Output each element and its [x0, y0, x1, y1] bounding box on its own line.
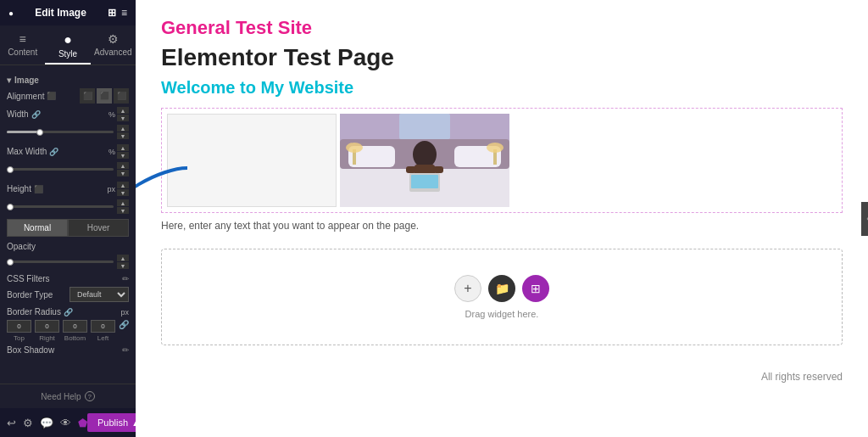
tab-style[interactable]: ● Style: [45, 25, 90, 64]
opacity-slider-down[interactable]: ▼: [117, 262, 129, 269]
eye-icon[interactable]: 👁: [60, 417, 71, 429]
height-label: Height ⬛: [7, 184, 43, 193]
border-radius-label: Border Radius 🔗: [7, 307, 73, 317]
width-row: Width 🔗 % ▲ ▼: [7, 107, 129, 121]
tab-content[interactable]: ≡ Content: [0, 25, 45, 64]
publish-label: Publish: [97, 417, 128, 428]
image-section-title: ▾ Image: [7, 76, 129, 85]
folder-button[interactable]: 📁: [488, 275, 515, 302]
width-label: Width 🔗: [7, 109, 41, 119]
align-center-button[interactable]: ⬛: [97, 88, 112, 104]
css-filters-label: CSS Filters: [7, 274, 50, 283]
svg-point-13: [346, 143, 363, 153]
history-icon[interactable]: ↩: [7, 417, 16, 429]
text-below-image: Here, enter any text that you want to ap…: [161, 220, 843, 232]
max-width-slider-up[interactable]: ▲: [117, 162, 129, 169]
help-circle-icon[interactable]: ?: [85, 391, 95, 401]
advanced-tab-label: Advanced: [94, 48, 131, 57]
height-slider-up[interactable]: ▲: [117, 199, 129, 206]
height-slider-down[interactable]: ▼: [117, 207, 129, 214]
image-photo: [340, 114, 509, 207]
border-radius-left-field: Left: [91, 320, 115, 342]
border-radius-left-input[interactable]: [91, 320, 115, 333]
max-width-slider[interactable]: [7, 168, 114, 171]
border-radius-left-label: Left: [97, 334, 108, 342]
align-right-button[interactable]: ⬛: [114, 88, 129, 104]
tab-advanced[interactable]: ⚙ Advanced: [91, 25, 136, 64]
max-width-label: Max Width 🔗: [7, 147, 58, 156]
width-down-button[interactable]: ▼: [117, 115, 129, 121]
border-radius-link-btn[interactable]: 🔗: [119, 320, 129, 342]
normal-button[interactable]: Normal: [7, 219, 68, 237]
height-down-button[interactable]: ▼: [117, 189, 129, 196]
preview-icon[interactable]: ⬟: [78, 417, 87, 429]
width-unit: %: [108, 110, 115, 119]
max-width-row: Max Width 🔗 % ▲ ▼: [7, 144, 129, 159]
hover-button[interactable]: Hover: [68, 219, 129, 237]
welcome-title: Welcome to My Website: [161, 78, 843, 98]
css-filters-edit-icon[interactable]: ✏: [122, 274, 129, 283]
width-controls: % ▲ ▼: [108, 107, 129, 121]
chat-icon[interactable]: 💬: [40, 417, 53, 429]
site-title: General Test Site: [161, 17, 843, 39]
border-type-label: Border Type: [7, 290, 53, 300]
width-slider-down[interactable]: ▼: [117, 132, 129, 139]
panel-collapse-handle[interactable]: ‹: [861, 202, 868, 236]
alignment-controls: ⬛ ⬛ ⬛: [80, 88, 129, 104]
border-radius-bottom-input[interactable]: [63, 320, 87, 333]
content-tab-icon: ≡: [19, 32, 26, 46]
alignment-label: Alignment ⬛: [7, 92, 56, 101]
style-tab-label: Style: [58, 49, 77, 59]
section-arrow-icon: ▾: [7, 76, 11, 85]
max-width-slider-down[interactable]: ▼: [117, 170, 129, 176]
border-radius-right-input[interactable]: [35, 320, 59, 333]
max-width-arrow-btns: ▲ ▼: [117, 144, 129, 159]
css-filters-row: CSS Filters ✏: [7, 274, 129, 283]
border-radius-bottom-field: Bottom: [63, 320, 87, 342]
height-row: Height ⬛ px ▲ ▼: [7, 182, 129, 196]
panel-footer: Need Help ?: [0, 384, 136, 408]
border-radius-top-input[interactable]: [7, 320, 31, 333]
advanced-tab-icon: ⚙: [108, 32, 119, 46]
opacity-label: Opacity: [7, 242, 36, 251]
max-width-down-button[interactable]: ▼: [117, 152, 129, 159]
publish-button[interactable]: Publish ▲: [87, 413, 136, 432]
svg-point-6: [413, 141, 437, 168]
grid-icon[interactable]: ⊞: [108, 7, 116, 19]
page-title: Elementor Test Page: [161, 44, 843, 71]
box-shadow-edit-icon[interactable]: ✏: [122, 345, 129, 355]
left-panel: ● Edit Image ⊞ ≡ ≡ Content ● Style ⚙ Adv…: [0, 0, 136, 437]
settings-icon[interactable]: ⚙: [23, 417, 33, 429]
content-tab-label: Content: [8, 48, 37, 57]
drag-widget-area[interactable]: + 📁 ⊞ Drag widget here.: [161, 249, 843, 345]
max-width-up-button[interactable]: ▲: [117, 144, 129, 151]
opacity-slider-up[interactable]: ▲: [117, 255, 129, 261]
svg-rect-16: [399, 114, 450, 139]
alignment-row: Alignment ⬛ ⬛ ⬛ ⬛: [7, 88, 129, 104]
height-controls: px ▲ ▼: [107, 182, 129, 196]
width-link-icon: 🔗: [31, 110, 41, 119]
width-slider-up[interactable]: ▲: [117, 125, 129, 132]
drag-icons-row: + 📁 ⊞: [454, 275, 549, 302]
height-slider-arrows: ▲ ▼: [117, 199, 129, 214]
svg-rect-11: [411, 175, 438, 188]
height-slider[interactable]: [7, 205, 114, 208]
add-widget-button[interactable]: +: [454, 275, 481, 302]
height-up-button[interactable]: ▲: [117, 182, 129, 188]
align-left-button[interactable]: ⬛: [80, 88, 95, 104]
max-width-unit: %: [108, 148, 115, 156]
height-arrow-btns: ▲ ▼: [117, 182, 129, 196]
image-widget-container[interactable]: [161, 108, 843, 213]
footer-text: All rights reserved: [161, 371, 843, 383]
panel-body: ▾ Image Alignment ⬛ ⬛ ⬛ ⬛ Width 🔗 %: [0, 65, 136, 384]
width-up-button[interactable]: ▲: [117, 107, 129, 114]
opacity-slider[interactable]: [7, 261, 114, 263]
border-type-select[interactable]: Default: [70, 287, 129, 302]
panel-header-dot: ●: [8, 8, 14, 18]
width-slider[interactable]: [7, 131, 114, 133]
grid-widget-button[interactable]: ⊞: [522, 275, 549, 302]
drag-label: Drag widget here.: [465, 309, 539, 319]
max-width-controls: % ▲ ▼: [108, 144, 129, 159]
menu-icon[interactable]: ≡: [121, 7, 127, 19]
panel-tabs: ≡ Content ● Style ⚙ Advanced: [0, 25, 136, 65]
